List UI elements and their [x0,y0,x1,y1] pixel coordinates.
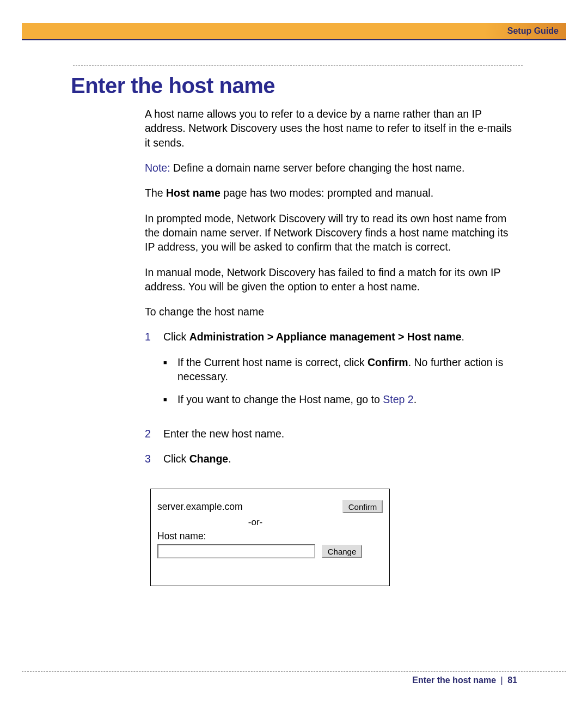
hostname-dialog: server.example.com Confirm -or- Host nam… [150,489,390,586]
step-number: 2 [145,427,163,441]
paragraph-tochange: To change the host name [145,305,517,319]
step-2: 2 Enter the new host name. [145,427,517,441]
hostname-label: Host name: [157,530,383,543]
sub-item-confirm: ■ If the Current host name is correct, c… [163,355,517,384]
change-button[interactable]: Change [322,545,362,558]
step-text: Click Change. [163,452,517,466]
step-number: 1 [145,330,163,415]
hostname-input[interactable] [157,544,315,558]
dialog-row-input: Change [157,544,383,558]
note-text: Define a domain name server before chang… [170,162,465,174]
square-bullet-icon: ■ [163,355,177,384]
section-heading: Enter the host name [71,74,517,98]
header-bar: Setup Guide [22,23,566,39]
footer-page-number: 81 [507,675,517,685]
confirm-button[interactable]: Confirm [342,500,383,513]
dialog-or-separator: -or- [157,516,383,529]
footer-divider [22,671,566,672]
step-1: 1 Click Administration > Appliance manag… [145,330,517,415]
nav-path-bold: Administration > Appliance management > … [189,331,462,343]
header-rule [22,39,566,40]
step2-link[interactable]: Step 2 [383,393,413,405]
step-text: Click Administration > Appliance managem… [163,330,517,415]
header-guide-title: Setup Guide [507,26,559,36]
step-3: 3 Click Change. [145,452,517,466]
square-bullet-icon: ■ [163,392,177,406]
sub-item-change: ■ If you want to change the Host name, g… [163,392,517,406]
paragraph-manual: In manual mode, Network Discovery has fa… [145,265,517,294]
content-area: Enter the host name A host name allows y… [71,65,517,586]
top-divider [73,65,523,66]
hostname-bold: Host name [166,187,220,199]
current-hostname-text: server.example.com [157,501,243,514]
step-list: 1 Click Administration > Appliance manag… [145,330,517,466]
dialog-row-current: server.example.com Confirm [157,500,383,513]
step-number: 3 [145,452,163,466]
footer-separator: | [499,675,505,685]
paragraph-prompted: In prompted mode, Network Discovery will… [145,211,517,254]
body-block: A host name allows you to refer to a dev… [145,107,517,586]
note-label: Note: [145,162,170,174]
paragraph-modes: The Host name page has two modes: prompt… [145,186,517,200]
footer: Enter the host name | 81 [412,675,517,685]
paragraph-note: Note: Define a domain name server before… [145,161,517,175]
paragraph-intro: A host name allows you to refer to a dev… [145,107,517,150]
footer-title: Enter the host name [412,675,496,685]
step-text: Enter the new host name. [163,427,517,441]
sub-list: ■ If the Current host name is correct, c… [163,355,517,407]
